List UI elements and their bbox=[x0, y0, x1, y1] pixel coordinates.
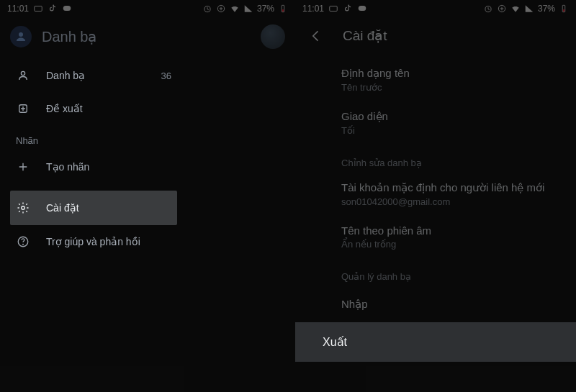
status-time: 11:01 bbox=[302, 4, 324, 14]
person-icon bbox=[16, 68, 30, 83]
contacts-count: 36 bbox=[161, 70, 171, 81]
svg-point-11 bbox=[23, 244, 24, 245]
svg-point-7 bbox=[21, 71, 24, 75]
setting-export[interactable]: Xuất bbox=[295, 322, 576, 362]
plus-icon bbox=[16, 160, 30, 174]
setting-default-account[interactable]: Tài khoản mặc định cho người liên hệ mới… bbox=[295, 173, 576, 216]
nav-item-label: Tạo nhãn bbox=[46, 161, 89, 173]
battery-text: 37% bbox=[538, 4, 555, 14]
nav-item-label: Đề xuất bbox=[46, 103, 83, 114]
edit-contacts-section-header: Chỉnh sửa danh bạ bbox=[295, 145, 576, 173]
nav-item-help[interactable]: Trợ giúp và phản hồi bbox=[0, 225, 187, 258]
svg-rect-13 bbox=[359, 6, 366, 11]
setting-secondary: Tên trước bbox=[341, 82, 562, 93]
signal-icon bbox=[243, 4, 253, 14]
cc-icon bbox=[33, 4, 43, 14]
line-icon bbox=[62, 4, 72, 14]
back-button[interactable] bbox=[308, 28, 324, 44]
nav-item-suggestions[interactable]: Đề xuất bbox=[0, 92, 187, 125]
right-screenshot: 11:01 37% Cài đặt Định dạng tên bbox=[295, 0, 576, 392]
svg-rect-1 bbox=[63, 6, 71, 11]
svg-rect-5 bbox=[282, 9, 284, 12]
setting-name-format[interactable]: Định dạng tên Tên trước bbox=[295, 58, 576, 101]
battery-icon bbox=[278, 4, 288, 14]
setting-theme[interactable]: Giao diện Tối bbox=[295, 101, 576, 145]
settings-header: Cài đặt bbox=[295, 17, 576, 51]
data-saver-icon bbox=[216, 4, 226, 14]
line-icon bbox=[357, 4, 367, 14]
svg-point-6 bbox=[19, 32, 23, 37]
setting-primary: Tên theo phiên âm bbox=[341, 224, 562, 237]
setting-primary: Giao diện bbox=[341, 110, 562, 123]
alarm-icon bbox=[202, 4, 212, 14]
app-title: Danh bạ bbox=[42, 28, 97, 45]
battery-icon bbox=[559, 4, 569, 14]
sparkle-icon bbox=[16, 101, 30, 116]
svg-point-9 bbox=[22, 206, 25, 210]
setting-import[interactable]: Nhập bbox=[295, 286, 576, 322]
status-time: 11:01 bbox=[7, 4, 29, 14]
setting-secondary: Ẩn nếu trống bbox=[341, 239, 562, 250]
labels-section-header: Nhãn bbox=[0, 125, 187, 150]
settings-list: Định dạng tên Tên trước Giao diện Tối Ch… bbox=[295, 51, 576, 322]
setting-primary: Nhập bbox=[341, 298, 562, 311]
setting-secondary: Tối bbox=[341, 125, 562, 136]
help-icon bbox=[16, 234, 30, 249]
status-bar: 11:01 37% bbox=[0, 0, 295, 17]
svg-rect-17 bbox=[563, 9, 564, 12]
setting-phonetic-name[interactable]: Tên theo phiên âm Ẩn nếu trống bbox=[295, 216, 576, 258]
status-bar: 11:01 37% bbox=[295, 0, 576, 17]
svg-rect-12 bbox=[330, 6, 338, 12]
battery-text: 37% bbox=[257, 4, 274, 14]
nav-item-settings[interactable]: Cài đặt bbox=[10, 191, 177, 225]
setting-primary: Xuất bbox=[323, 336, 347, 348]
wifi-icon bbox=[510, 4, 521, 14]
nav-item-label: Trợ giúp và phản hồi bbox=[46, 236, 140, 247]
signal-icon bbox=[524, 4, 534, 14]
wifi-icon bbox=[230, 4, 240, 14]
cc-icon bbox=[328, 4, 338, 14]
setting-primary: Định dạng tên bbox=[341, 67, 562, 80]
setting-secondary: son01042000@gmail.com bbox=[341, 196, 562, 207]
contacts-app-icon bbox=[10, 26, 32, 47]
data-saver-icon bbox=[497, 4, 507, 14]
tiktok-icon bbox=[48, 4, 58, 14]
settings-title: Cài đặt bbox=[343, 27, 387, 44]
navigation-drawer: Danh bạ 36 Đề xuất Nhãn Tạo nhãn bbox=[0, 59, 187, 258]
app-header: Danh bạ bbox=[0, 17, 295, 59]
alarm-icon bbox=[483, 4, 493, 14]
profile-avatar[interactable] bbox=[261, 24, 285, 49]
svg-rect-0 bbox=[35, 6, 42, 12]
nav-item-contacts[interactable]: Danh bạ 36 bbox=[0, 59, 187, 92]
setting-primary: Tài khoản mặc định cho người liên hệ mới bbox=[341, 181, 562, 194]
gear-icon bbox=[16, 201, 30, 215]
tiktok-icon bbox=[343, 4, 353, 14]
left-screenshot: 11:01 37% Danh bạ bbox=[0, 0, 295, 392]
nav-item-create-label[interactable]: Tạo nhãn bbox=[0, 150, 187, 183]
nav-item-label: Cài đặt bbox=[46, 202, 79, 214]
manage-contacts-section-header: Quản lý danh bạ bbox=[295, 258, 576, 286]
nav-item-label: Danh bạ bbox=[46, 70, 85, 81]
